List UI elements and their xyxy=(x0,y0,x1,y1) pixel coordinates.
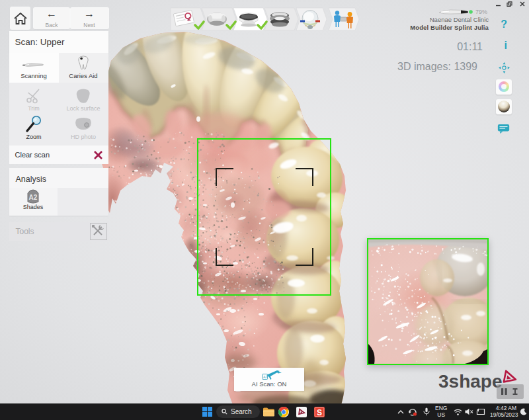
svg-text:S: S xyxy=(317,408,322,417)
svg-text:A2: A2 xyxy=(29,194,38,201)
svg-text:AI: AI xyxy=(263,375,267,379)
